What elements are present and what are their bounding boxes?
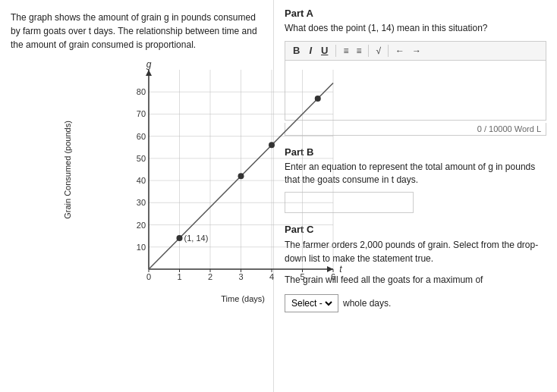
redo-icon[interactable]: → — [410, 44, 423, 58]
formula-icon[interactable]: √ — [373, 44, 383, 58]
underline-button[interactable]: U — [318, 44, 331, 57]
toolbar-divider-3 — [388, 45, 389, 57]
y-axis-label: Grain Consumed (pounds) — [63, 121, 72, 219]
outdent-icon[interactable]: ≡ — [354, 44, 363, 58]
x-axis-label: Time (days) — [143, 294, 344, 303]
problem-text: The graph shows the amount of grain g in… — [11, 11, 266, 52]
toolbar-divider-1 — [335, 45, 336, 57]
part-a-toolbar: B I U ≡ ≡ √ ← → — [285, 41, 546, 60]
indent-icon[interactable]: ≡ — [341, 44, 351, 58]
part-a-title: Part A — [285, 8, 546, 19]
bold-button[interactable]: B — [290, 44, 303, 57]
left-panel: The graph shows the amount of grain g in… — [0, 0, 273, 392]
part-a-question: What does the point (1, 14) mean in this… — [285, 22, 546, 35]
italic-button[interactable]: I — [306, 44, 315, 57]
toolbar-divider-2 — [368, 45, 369, 57]
graph-canvas — [120, 59, 344, 290]
after-select-text: whole days. — [343, 298, 391, 309]
undo-icon[interactable]: ← — [393, 44, 407, 58]
